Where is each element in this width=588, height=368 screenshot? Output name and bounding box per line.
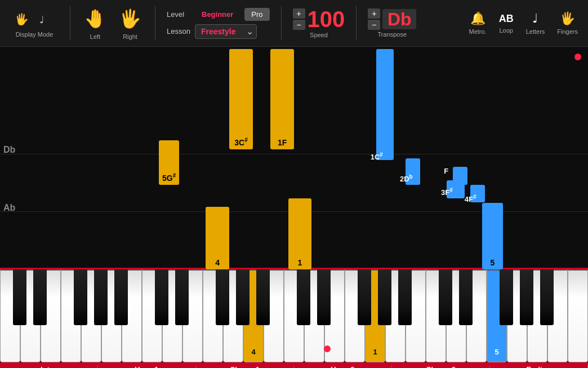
divider-3 xyxy=(281,6,282,40)
display-mode-section: 🖐 ♩ Display Mode xyxy=(6,6,63,40)
white-key-28[interactable] xyxy=(568,269,588,362)
note-annotation-3f: 3F# xyxy=(441,187,453,197)
key-number-12: 4 xyxy=(251,348,255,356)
piano-area: 415 xyxy=(0,269,588,362)
lesson-row: Lesson Freestyle Lesson 1 Lesson 2 ⌄ xyxy=(167,24,270,39)
fingers-button[interactable]: 🖐 Fingers xyxy=(553,9,582,37)
loop-icon: AB xyxy=(499,13,514,25)
lesson-label: Lesson xyxy=(167,27,190,36)
note-label-5: 5 xyxy=(490,258,495,267)
right-label: Right xyxy=(123,33,137,40)
note-label-3c: 3C# xyxy=(234,137,247,147)
guide-line-db xyxy=(0,154,588,154)
black-key-5[interactable] xyxy=(155,269,168,325)
section-chorus1[interactable]: Chorus1 xyxy=(196,365,294,368)
black-key-2[interactable] xyxy=(74,269,87,325)
black-key-3[interactable] xyxy=(94,269,107,325)
transpose-controls: + − Db xyxy=(368,8,416,30)
black-key-13[interactable] xyxy=(378,269,391,325)
note-block-yellow-4: 4 xyxy=(206,207,229,269)
right-hand-icon: 🖐 xyxy=(118,6,142,31)
display-mode-hands-icon[interactable]: 🖐 xyxy=(11,8,33,30)
note-block-yellow-5: 1 xyxy=(288,198,312,269)
letters-button[interactable]: ♩ Letters xyxy=(522,9,550,37)
black-key-1[interactable] xyxy=(33,269,46,325)
transpose-section: + − Db Transpose xyxy=(363,8,421,38)
speed-value: 100 xyxy=(308,8,345,30)
speed-decrease-button[interactable]: − xyxy=(293,20,305,30)
left-hand-icon: 🤚 xyxy=(83,6,108,31)
piano-roll: Db Ab 3C# 1F 5G# 4 1 1C# 2Db F 3F# xyxy=(0,47,588,269)
loop-button[interactable]: AB Loop xyxy=(495,11,518,36)
section-intro[interactable]: Intro xyxy=(0,365,98,368)
note-label-1f: 1F xyxy=(278,138,287,147)
transpose-decrease-button[interactable]: − xyxy=(368,20,380,30)
black-key-18[interactable] xyxy=(520,269,533,325)
black-key-12[interactable] xyxy=(358,269,371,325)
black-key-8[interactable] xyxy=(236,269,249,325)
note-block-yellow-3: 5G# xyxy=(159,140,180,185)
speed-increase-button[interactable]: + xyxy=(293,8,305,19)
black-key-17[interactable] xyxy=(500,269,513,325)
black-key-15[interactable] xyxy=(439,269,452,325)
transpose-label: Transpose xyxy=(378,31,407,38)
level-row: Level Beginner Pro xyxy=(167,8,270,21)
black-key-6[interactable] xyxy=(175,269,188,325)
svg-text:🖐: 🖐 xyxy=(15,12,29,26)
display-mode-notes-icon[interactable]: ♩ xyxy=(36,8,57,30)
note-label-1: 1 xyxy=(298,258,302,267)
note-label-db: Db xyxy=(3,145,15,155)
lesson-select[interactable]: Freestyle Lesson 1 Lesson 2 xyxy=(195,24,257,39)
speed-section: + − 100 Speed xyxy=(288,8,350,38)
speed-btn-col: + − xyxy=(293,8,305,30)
black-key-16[interactable] xyxy=(459,269,472,325)
loop-label: Loop xyxy=(499,27,513,34)
speed-label: Speed xyxy=(310,32,328,38)
letters-icon: ♩ xyxy=(532,11,538,26)
section-verse2[interactable]: Verse2 xyxy=(294,365,392,368)
display-mode-label: Display Mode xyxy=(16,31,54,38)
section-verse1[interactable]: Verse1 xyxy=(98,365,196,368)
black-key-14[interactable] xyxy=(398,269,411,325)
toolbar: 🖐 ♩ Display Mode 🤚 Left 🖐 Right Level Be… xyxy=(0,0,588,47)
playback-dot xyxy=(324,345,331,352)
transpose-value: Db xyxy=(382,9,416,29)
note-annotation-2d: 2Db xyxy=(400,174,413,183)
key-number-18: 1 xyxy=(373,348,377,356)
left-hand-button[interactable]: 🤚 Left xyxy=(83,6,108,40)
pro-button[interactable]: Pro xyxy=(244,8,269,21)
left-label: Left xyxy=(90,33,100,40)
right-hand-button[interactable]: 🖐 Right xyxy=(118,6,142,40)
fingers-icon: 🖐 xyxy=(560,11,575,26)
note-block-blue-1 xyxy=(376,49,394,161)
hand-section: 🤚 Left 🖐 Right xyxy=(77,6,148,40)
right-icons: 🔔 Metro. AB Loop ♩ Letters 🖐 Fingers xyxy=(464,9,582,37)
metro-button[interactable]: 🔔 Metro. xyxy=(464,9,491,37)
black-key-11[interactable] xyxy=(317,269,330,325)
key-number-24: 5 xyxy=(495,348,498,356)
black-key-10[interactable] xyxy=(297,269,310,325)
recording-indicator xyxy=(574,54,581,60)
black-key-4[interactable] xyxy=(114,269,127,325)
black-key-0[interactable] xyxy=(13,269,26,325)
beginner-button[interactable]: Beginner xyxy=(195,8,240,21)
black-key-7[interactable] xyxy=(216,269,229,325)
metro-icon: 🔔 xyxy=(470,11,485,26)
note-label-ab: Ab xyxy=(3,203,15,213)
note-label-4: 4 xyxy=(215,258,220,267)
fingers-label: Fingers xyxy=(557,28,578,35)
divider-4 xyxy=(356,6,357,40)
letters-label: Letters xyxy=(526,28,545,35)
svg-text:♩: ♩ xyxy=(39,14,44,25)
section-ending[interactable]: Ending xyxy=(490,365,588,368)
sections-bar: Intro Verse1 Chorus1 Verse2 Chorus2 Endi… xyxy=(0,362,588,368)
section-chorus2[interactable]: Chorus2 xyxy=(392,365,490,368)
metro-label: Metro. xyxy=(469,28,486,35)
black-key-19[interactable] xyxy=(540,269,553,325)
note-annotation-1c: 1C# xyxy=(371,152,383,161)
display-mode-icons: 🖐 ♩ xyxy=(11,8,57,30)
transpose-increase-button[interactable]: + xyxy=(368,8,380,19)
note-annotation-f: F xyxy=(444,167,448,175)
level-label: Level xyxy=(167,10,190,19)
black-key-9[interactable] xyxy=(256,269,269,325)
